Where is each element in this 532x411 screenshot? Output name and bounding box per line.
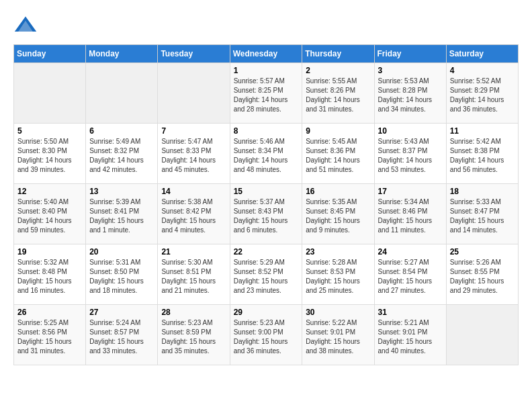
day-info: Sunrise: 5:46 AM Sunset: 8:34 PM Dayligh… [234, 137, 299, 175]
day-number: 12 [17, 187, 82, 196]
calendar-cell: 17Sunrise: 5:34 AM Sunset: 8:46 PM Dayli… [374, 184, 446, 244]
day-info: Sunrise: 5:33 AM Sunset: 8:47 PM Dayligh… [450, 197, 515, 235]
day-info: Sunrise: 5:53 AM Sunset: 8:28 PM Dayligh… [378, 77, 443, 114]
day-info: Sunrise: 5:37 AM Sunset: 8:43 PM Dayligh… [234, 197, 299, 235]
day-number: 11 [450, 126, 515, 136]
day-info: Sunrise: 5:35 AM Sunset: 8:45 PM Dayligh… [306, 197, 370, 235]
day-number: 5 [17, 126, 82, 136]
day-number: 16 [306, 187, 370, 196]
calendar-cell: 6Sunrise: 5:49 AM Sunset: 8:32 PM Daylig… [86, 124, 158, 184]
day-info: Sunrise: 5:22 AM Sunset: 9:01 PM Dayligh… [306, 318, 370, 356]
day-info: Sunrise: 5:25 AM Sunset: 8:56 PM Dayligh… [17, 318, 82, 356]
day-info: Sunrise: 5:32 AM Sunset: 8:48 PM Dayligh… [17, 258, 82, 295]
logo-icon [13, 13, 38, 38]
day-number: 14 [161, 187, 226, 196]
day-number: 10 [378, 126, 443, 136]
day-info: Sunrise: 5:55 AM Sunset: 8:26 PM Dayligh… [306, 77, 370, 114]
calendar-header: SundayMondayTuesdayWednesdayThursdayFrid… [14, 45, 519, 63]
day-number: 25 [450, 247, 515, 257]
day-info: Sunrise: 5:31 AM Sunset: 8:50 PM Dayligh… [89, 258, 154, 295]
day-number: 28 [161, 308, 226, 317]
calendar-cell: 19Sunrise: 5:32 AM Sunset: 8:48 PM Dayli… [14, 244, 86, 305]
day-info: Sunrise: 5:27 AM Sunset: 8:54 PM Dayligh… [378, 258, 443, 295]
day-number: 9 [306, 126, 370, 136]
calendar-cell: 1Sunrise: 5:57 AM Sunset: 8:25 PM Daylig… [230, 63, 302, 124]
week-row-1: 5Sunrise: 5:50 AM Sunset: 8:30 PM Daylig… [14, 124, 519, 184]
day-info: Sunrise: 5:40 AM Sunset: 8:40 PM Dayligh… [17, 197, 82, 235]
calendar-cell: 13Sunrise: 5:39 AM Sunset: 8:41 PM Dayli… [86, 184, 158, 244]
day-info: Sunrise: 5:23 AM Sunset: 8:59 PM Dayligh… [161, 318, 226, 356]
day-number: 26 [17, 308, 82, 317]
day-info: Sunrise: 5:57 AM Sunset: 8:25 PM Dayligh… [234, 77, 299, 114]
calendar-cell: 23Sunrise: 5:28 AM Sunset: 8:53 PM Dayli… [302, 244, 374, 305]
day-info: Sunrise: 5:45 AM Sunset: 8:36 PM Dayligh… [306, 137, 370, 175]
day-info: Sunrise: 5:43 AM Sunset: 8:37 PM Dayligh… [378, 137, 443, 175]
calendar-cell: 8Sunrise: 5:46 AM Sunset: 8:34 PM Daylig… [230, 124, 302, 184]
calendar-table: SundayMondayTuesdayWednesdayThursdayFrid… [13, 44, 519, 365]
header-saturday: Saturday [446, 45, 518, 63]
day-info: Sunrise: 5:24 AM Sunset: 8:57 PM Dayligh… [89, 318, 154, 356]
day-number: 8 [234, 126, 299, 136]
day-info: Sunrise: 5:52 AM Sunset: 8:29 PM Dayligh… [450, 77, 515, 114]
header-wednesday: Wednesday [230, 45, 302, 63]
calendar-cell: 10Sunrise: 5:43 AM Sunset: 8:37 PM Dayli… [374, 124, 446, 184]
day-number: 30 [306, 308, 370, 317]
week-row-4: 26Sunrise: 5:25 AM Sunset: 8:56 PM Dayli… [14, 305, 519, 365]
day-number: 18 [450, 187, 515, 196]
week-row-0: 1Sunrise: 5:57 AM Sunset: 8:25 PM Daylig… [14, 63, 519, 124]
day-info: Sunrise: 5:23 AM Sunset: 9:00 PM Dayligh… [234, 318, 299, 356]
day-number: 23 [306, 247, 370, 257]
calendar-cell: 9Sunrise: 5:45 AM Sunset: 8:36 PM Daylig… [302, 124, 374, 184]
day-info: Sunrise: 5:28 AM Sunset: 8:53 PM Dayligh… [306, 258, 370, 295]
header-thursday: Thursday [302, 45, 374, 63]
day-number: 1 [234, 66, 299, 75]
day-info: Sunrise: 5:42 AM Sunset: 8:38 PM Dayligh… [450, 137, 515, 175]
calendar-cell: 25Sunrise: 5:26 AM Sunset: 8:55 PM Dayli… [446, 244, 518, 305]
page-header [13, 13, 519, 38]
day-number: 24 [378, 247, 443, 257]
calendar-cell: 26Sunrise: 5:25 AM Sunset: 8:56 PM Dayli… [14, 305, 86, 365]
day-info: Sunrise: 5:47 AM Sunset: 8:33 PM Dayligh… [161, 137, 226, 175]
calendar-cell: 7Sunrise: 5:47 AM Sunset: 8:33 PM Daylig… [158, 124, 230, 184]
day-number: 19 [17, 247, 82, 257]
day-number: 6 [89, 126, 154, 136]
day-info: Sunrise: 5:21 AM Sunset: 9:01 PM Dayligh… [378, 318, 443, 356]
header-friday: Friday [374, 45, 446, 63]
day-number: 7 [161, 126, 226, 136]
day-info: Sunrise: 5:49 AM Sunset: 8:32 PM Dayligh… [89, 137, 154, 175]
day-number: 21 [161, 247, 226, 257]
calendar-cell [14, 63, 86, 124]
day-number: 27 [89, 308, 154, 317]
calendar-cell: 5Sunrise: 5:50 AM Sunset: 8:30 PM Daylig… [14, 124, 86, 184]
day-info: Sunrise: 5:30 AM Sunset: 8:51 PM Dayligh… [161, 258, 226, 295]
day-number: 2 [306, 66, 370, 75]
logo [13, 13, 40, 38]
week-row-2: 12Sunrise: 5:40 AM Sunset: 8:40 PM Dayli… [14, 184, 519, 244]
day-number: 4 [450, 66, 515, 75]
day-number: 15 [234, 187, 299, 196]
day-number: 13 [89, 187, 154, 196]
header-row: SundayMondayTuesdayWednesdayThursdayFrid… [14, 45, 519, 63]
calendar-cell: 11Sunrise: 5:42 AM Sunset: 8:38 PM Dayli… [446, 124, 518, 184]
calendar-cell: 16Sunrise: 5:35 AM Sunset: 8:45 PM Dayli… [302, 184, 374, 244]
calendar-body: 1Sunrise: 5:57 AM Sunset: 8:25 PM Daylig… [14, 63, 519, 365]
calendar-cell: 28Sunrise: 5:23 AM Sunset: 8:59 PM Dayli… [158, 305, 230, 365]
header-monday: Monday [86, 45, 158, 63]
calendar-cell: 4Sunrise: 5:52 AM Sunset: 8:29 PM Daylig… [446, 63, 518, 124]
day-info: Sunrise: 5:29 AM Sunset: 8:52 PM Dayligh… [234, 258, 299, 295]
day-number: 20 [89, 247, 154, 257]
calendar-cell: 27Sunrise: 5:24 AM Sunset: 8:57 PM Dayli… [86, 305, 158, 365]
calendar-cell: 3Sunrise: 5:53 AM Sunset: 8:28 PM Daylig… [374, 63, 446, 124]
calendar-cell [158, 63, 230, 124]
calendar-cell: 22Sunrise: 5:29 AM Sunset: 8:52 PM Dayli… [230, 244, 302, 305]
calendar-cell: 18Sunrise: 5:33 AM Sunset: 8:47 PM Dayli… [446, 184, 518, 244]
calendar-cell [86, 63, 158, 124]
day-info: Sunrise: 5:50 AM Sunset: 8:30 PM Dayligh… [17, 137, 82, 175]
day-number: 22 [234, 247, 299, 257]
calendar-cell: 24Sunrise: 5:27 AM Sunset: 8:54 PM Dayli… [374, 244, 446, 305]
day-number: 3 [378, 66, 443, 75]
day-info: Sunrise: 5:39 AM Sunset: 8:41 PM Dayligh… [89, 197, 154, 235]
calendar-cell: 2Sunrise: 5:55 AM Sunset: 8:26 PM Daylig… [302, 63, 374, 124]
header-tuesday: Tuesday [158, 45, 230, 63]
calendar-cell: 15Sunrise: 5:37 AM Sunset: 8:43 PM Dayli… [230, 184, 302, 244]
